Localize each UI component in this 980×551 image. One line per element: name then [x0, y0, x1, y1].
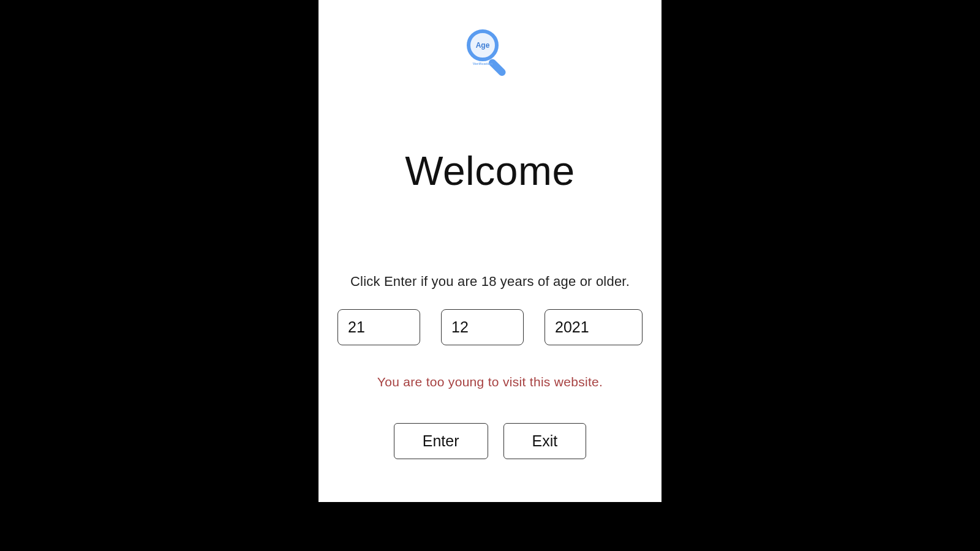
age-verification-logo: Age Verification [466, 28, 514, 77]
enter-button[interactable]: Enter [394, 423, 488, 459]
error-message: You are too young to visit this website. [377, 375, 603, 389]
instructions-text: Click Enter if you are 18 years of age o… [350, 274, 630, 290]
svg-text:Verification: Verification [473, 62, 493, 66]
age-verification-panel: Age Verification Welcome Click Enter if … [318, 0, 662, 502]
svg-rect-1 [488, 58, 508, 77]
button-row: Enter Exit [394, 423, 586, 459]
svg-text:Age: Age [476, 41, 490, 50]
magnifying-glass-icon: Age Verification [466, 28, 514, 77]
exit-button[interactable]: Exit [503, 423, 587, 459]
month-input[interactable] [441, 309, 524, 345]
page-title: Welcome [405, 148, 575, 194]
date-input-row [337, 309, 643, 345]
day-input[interactable] [337, 309, 420, 345]
year-input[interactable] [545, 309, 643, 345]
